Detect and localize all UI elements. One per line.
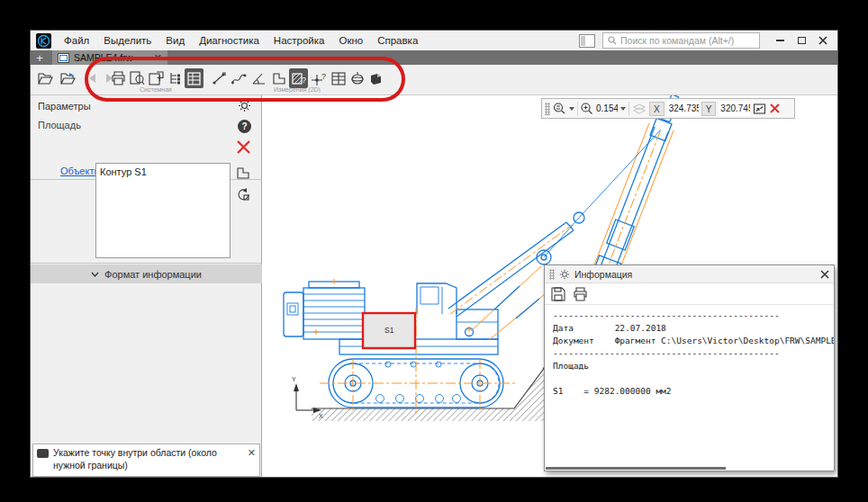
info-window-toolbar [545, 283, 834, 305]
search-icon [608, 36, 617, 45]
area-measure-button[interactable]: ? [289, 68, 308, 88]
curve-length-button[interactable] [230, 68, 249, 88]
distance-measure-button[interactable] [210, 68, 229, 88]
active-command-label: Площадь [38, 120, 81, 130]
panel-settings-button[interactable] [238, 99, 251, 116]
area-contour-button[interactable] [269, 68, 288, 88]
help-button[interactable]: ? [238, 120, 251, 133]
menu-bar: Файл Выделить Вид Диагностика Настройка … [31, 31, 837, 50]
svg-text:?: ? [321, 72, 326, 81]
gear-icon[interactable] [559, 269, 570, 280]
y-coordinate-label: Y [701, 102, 717, 116]
contour-tool-button[interactable] [236, 166, 250, 184]
save-icon[interactable] [551, 287, 565, 301]
axis-y-label: Y [292, 376, 296, 382]
zoom-value-dropdown-icon[interactable] [620, 107, 626, 111]
zoom-in-icon[interactable] [581, 103, 593, 114]
fit-window-icon[interactable] [753, 103, 766, 115]
format-section-header[interactable]: Формат информации [31, 264, 262, 283]
maximize-button[interactable] [791, 32, 812, 49]
measure-table-button[interactable] [329, 68, 348, 88]
toolbar-group-label: Системная [107, 86, 204, 93]
tab-title: SAMPLE4.frw [74, 52, 149, 63]
open-recent-button[interactable] [59, 68, 77, 88]
open-document-button[interactable] [36, 68, 55, 88]
panel-divider [31, 263, 262, 264]
command-search-input[interactable]: Поиск по командам (Alt+/) [602, 32, 760, 49]
toolbar: Системная ? ? Измерения (2D) [31, 65, 837, 95]
hint-bar: Укажите точку внутри области (около нужн… [32, 444, 260, 477]
angle-measure-button[interactable] [249, 68, 268, 88]
menu-help[interactable]: Справка [370, 33, 425, 48]
info-window-grip[interactable] [549, 269, 555, 280]
new-tab-button[interactable]: + [31, 50, 49, 65]
panel-title: Параметры [38, 101, 91, 112]
info-window: Информация -----------------------------… [544, 264, 835, 471]
close-icon [818, 36, 827, 45]
document-tab[interactable]: SAMPLE4.frw ✕ [52, 50, 167, 65]
parameters-panel: Параметры Площадь ? Объекты Контур S1 Фо… [31, 95, 262, 477]
respecify-button[interactable] [236, 187, 250, 205]
menu-settings[interactable]: Настройка [267, 33, 332, 48]
hint-bubble-icon [37, 449, 49, 458]
s1-label: S1 [384, 326, 394, 335]
solid-body-button[interactable] [366, 68, 385, 88]
list-item[interactable]: Контур S1 [100, 166, 226, 177]
info-window-titlebar[interactable]: Информация [545, 265, 834, 283]
axis-x-label: X [319, 413, 323, 419]
close-button[interactable] [812, 32, 834, 49]
view-toolbar: 0.154 X 324.735 Y 320.745 [541, 98, 795, 119]
tab-bar: + SAMPLE4.frw ✕ [31, 50, 837, 65]
zoom-value[interactable]: 0.154 [596, 102, 618, 116]
kompas-logo-icon [37, 34, 50, 48]
chevron-down-icon [91, 272, 99, 277]
menu-diagnostics[interactable]: Диагностика [192, 33, 267, 48]
menu-select[interactable]: Выделить [96, 33, 158, 48]
x-coordinate-value[interactable]: 324.735 [667, 102, 699, 116]
toolbar-grip[interactable] [545, 103, 550, 115]
tab-close-icon[interactable]: ✕ [154, 53, 162, 63]
maximize-icon [798, 37, 806, 44]
zoom-area-icon[interactable] [553, 103, 566, 114]
menu-window[interactable]: Окно [331, 33, 370, 48]
info-close-icon[interactable] [820, 270, 829, 279]
hint-close-icon[interactable]: ✕ [248, 447, 256, 473]
doc-tree-button[interactable] [166, 68, 185, 88]
menu-view[interactable]: Вид [158, 33, 192, 48]
format-section-label: Формат информации [104, 269, 202, 280]
fragment-doc-icon [58, 53, 69, 63]
spec-table-button[interactable] [185, 68, 203, 88]
print-icon[interactable] [573, 287, 588, 301]
menu-file[interactable]: Файл [57, 33, 96, 48]
cancel-command-button[interactable] [236, 139, 251, 158]
axes-marker: Y X [292, 376, 323, 419]
x-coordinate-label: X [649, 102, 665, 116]
print-button[interactable] [109, 68, 128, 88]
interrupt-command-icon[interactable] [769, 103, 781, 114]
minimize-button[interactable] [769, 32, 791, 49]
print-preview-button[interactable] [128, 68, 147, 88]
mass-properties-button[interactable] [348, 68, 366, 88]
objects-list[interactable]: Контур S1 [95, 163, 231, 258]
layout-toggle-icon[interactable] [579, 34, 595, 48]
screenshot-stage: Файл Выделить Вид Диагностика Настройка … [0, 0, 868, 502]
ground-hatch [312, 320, 568, 421]
s1-region[interactable]: S1 [363, 313, 415, 348]
point-coordinates-button[interactable]: ? [309, 68, 328, 88]
y-coordinate-value[interactable]: 320.745 [719, 102, 750, 116]
hint-text: Укажите точку внутри области (около нужн… [53, 447, 243, 473]
info-hscrollbar[interactable] [546, 467, 726, 470]
svg-text:?: ? [302, 76, 306, 85]
app-logo-icon[interactable] [36, 33, 51, 49]
zoom-dropdown-icon[interactable] [569, 107, 574, 111]
drawing-canvas[interactable]: S1 Y X 0.154 [262, 95, 837, 477]
info-window-title: Информация [574, 269, 816, 280]
minimize-icon [776, 40, 784, 41]
info-report-text: ----------------------------------------… [545, 305, 834, 465]
app-window: Файл Выделить Вид Диагностика Настройка … [30, 30, 838, 478]
toolbar-group-label: Измерения (2D) [208, 86, 386, 93]
search-placeholder: Поиск по командам (Alt+/) [620, 35, 734, 46]
layers-icon-disabled [632, 103, 646, 114]
insert-fragment-button[interactable] [147, 68, 166, 88]
